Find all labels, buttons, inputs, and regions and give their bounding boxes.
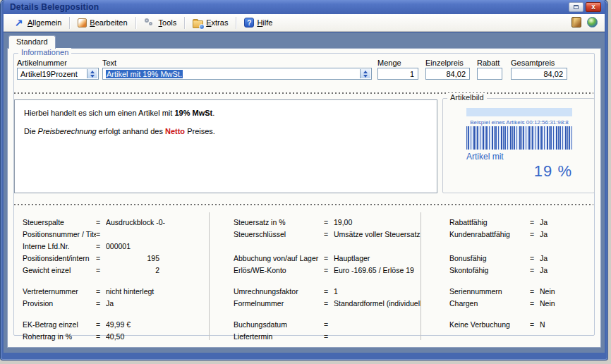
menu-separator — [135, 17, 136, 29]
detail-label: Liefertermin — [234, 332, 324, 341]
content-panel: Informationen Artikelnummer Text Menge E… — [7, 48, 601, 348]
detail-label: Umrechnungsfaktor — [234, 287, 324, 296]
globe-icon[interactable] — [587, 17, 598, 28]
gesamtpreis-input[interactable]: 84,02 — [511, 68, 567, 80]
menu-bar: ↗AllgemeinBearbeitenToolsExtras?Hilfe — [4, 14, 605, 32]
details-section: Steuerspalte=Ausdruckblock -0-Positionsn… — [16, 212, 592, 340]
artikelnummer-spinner-icon[interactable] — [87, 69, 97, 78]
details-column-1: Steuerspalte=Ausdruckblock -0-Positionsn… — [16, 212, 210, 340]
close-icon: x — [591, 4, 595, 11]
detail-row: EK-Betrag einzel=49,99 € — [23, 318, 209, 330]
equals-sign: = — [324, 230, 334, 238]
equals-sign: = — [530, 266, 540, 274]
detail-value: 19,00 — [334, 218, 421, 226]
artikelbild-image: Beispiel eines Artikels 00:12:56:31:98:8… — [466, 108, 572, 181]
edit-icon — [78, 18, 87, 28]
menu-item-label: Hilfe — [257, 18, 272, 27]
restore-icon — [574, 5, 579, 9]
tab-standard[interactable]: Standard — [8, 35, 56, 49]
detail-row: Keine Verbuchung=N — [449, 318, 592, 330]
menu-item-label: Tools — [159, 18, 177, 27]
detail-label: Seriennummern — [449, 287, 530, 296]
equals-sign: = — [96, 320, 106, 329]
menu-item-tools[interactable]: Tools — [139, 16, 182, 30]
detail-label: Rabattfähig — [449, 218, 530, 226]
detail-value: 2 — [106, 266, 159, 274]
menge-input[interactable]: 1 — [377, 68, 418, 80]
detail-label: Rohertrag in % — [23, 332, 96, 341]
detail-label: Positionsident/intern — [23, 254, 96, 262]
text-spinner-icon[interactable] — [360, 69, 370, 78]
menge-label: Menge — [377, 59, 401, 67]
details-column-2: Steuersatz in %=19,00Steuerschlüssel=Ums… — [210, 212, 421, 340]
equals-sign: = — [530, 299, 540, 308]
description-textarea[interactable]: Hierbei handelt es sich um einen Artikel… — [14, 99, 437, 193]
window-body: Standard Informationen Artikelnummer Tex… — [4, 32, 605, 353]
detail-label: Positionsnummer / Titel — [23, 230, 96, 238]
artikelbild-highlight-strip — [466, 108, 572, 116]
barcode-caption: Beispiel eines Artikels 00:12:56:31:98:8 — [466, 119, 572, 126]
title-bar: Details Belegposition x — [4, 0, 605, 14]
menu-item-bearbeiten[interactable]: Bearbeiten — [73, 17, 132, 29]
detail-value: Nein — [540, 299, 592, 308]
rabatt-input[interactable] — [477, 68, 502, 80]
detail-value: Ausdruckblock -0- — [106, 218, 209, 226]
gesamtpreis-value: 84,02 — [543, 70, 563, 78]
detail-row: Seriennummern=Nein — [449, 285, 592, 297]
details-spacer — [23, 276, 209, 285]
equals-sign: = — [530, 320, 540, 329]
menu-separator — [69, 17, 70, 29]
details-spacer — [23, 309, 209, 318]
artikelbild-line2: 19 % — [466, 162, 572, 181]
menu-item-allgemein[interactable]: ↗Allgemein — [8, 16, 66, 30]
detail-row: Steuerschlüssel=Umsätze voller Steuersat… — [234, 228, 421, 240]
text-combo[interactable]: Artikel mit 19% MwSt. — [102, 68, 372, 80]
package-icon[interactable] — [571, 17, 581, 28]
detail-value: Ja — [540, 230, 592, 238]
equals-sign: = — [530, 287, 540, 296]
detail-value: Ja — [106, 299, 209, 308]
menu-item-extras[interactable]: Extras — [188, 16, 233, 30]
equals-sign: = — [96, 230, 106, 238]
detail-row — [234, 240, 421, 252]
detail-value: Hauptlager — [334, 254, 421, 262]
equals-sign: = — [96, 287, 106, 296]
equals-sign: = — [530, 254, 540, 262]
equals-sign: = — [96, 299, 106, 308]
detail-row: Abbuchung von/auf Lager=Hauptlager — [234, 252, 421, 264]
detail-value: nicht hinterlegt — [106, 287, 209, 296]
artikelbild-groupbox: Artikelbild Beispiel eines Artikels 00:1… — [442, 98, 595, 193]
restore-button[interactable] — [569, 2, 583, 12]
detail-value: 40,50 — [106, 332, 209, 341]
detail-value: 195 — [106, 254, 159, 262]
menu-item-hilfe[interactable]: ?Hilfe — [239, 16, 277, 29]
detail-label: Erlös/WE-Konto — [234, 266, 324, 274]
close-button[interactable]: x — [586, 2, 601, 12]
menu-separator — [184, 17, 185, 29]
detail-label: Steuerschlüssel — [234, 230, 324, 238]
equals-sign: = — [96, 332, 106, 341]
detail-row: Provision=Ja — [23, 297, 209, 309]
equals-sign: = — [96, 242, 106, 250]
detail-label: Provision — [23, 299, 96, 308]
detail-row: Kundenrabattfähig=Ja — [449, 228, 592, 240]
detail-row: Steuerspalte=Ausdruckblock -0- — [23, 216, 209, 228]
details-spacer — [234, 276, 421, 285]
detail-row: Rabattfähig=Ja — [449, 216, 592, 228]
equals-sign: = — [530, 230, 540, 238]
detail-label: Formelnummer — [234, 299, 324, 308]
details-column-3: Rabattfähig=JaKundenrabattfähig=JaBonusf… — [421, 212, 592, 340]
menu-item-label: Allgemein — [28, 18, 61, 27]
text-value-selected: Artikel mit 19% MwSt. — [106, 70, 183, 78]
artikelnummer-combo[interactable]: Artikel19Prozent — [17, 68, 99, 80]
detail-label: Abbuchung von/auf Lager — [234, 254, 324, 262]
detail-value: Ja — [540, 266, 592, 274]
equals-sign: = — [530, 218, 540, 226]
detail-row — [449, 330, 592, 342]
detail-row: Vertreternummer=nicht hinterlegt — [23, 285, 209, 297]
einzelpreis-input[interactable]: 84,02 — [425, 68, 470, 80]
artikelbild-line1: Artikel mit — [466, 152, 572, 162]
gesamtpreis-label: Gesamtpreis — [511, 59, 555, 67]
detail-value: Umsätze voller Steuersatz — [334, 230, 421, 238]
detail-label: Keine Verbuchung — [449, 320, 530, 329]
